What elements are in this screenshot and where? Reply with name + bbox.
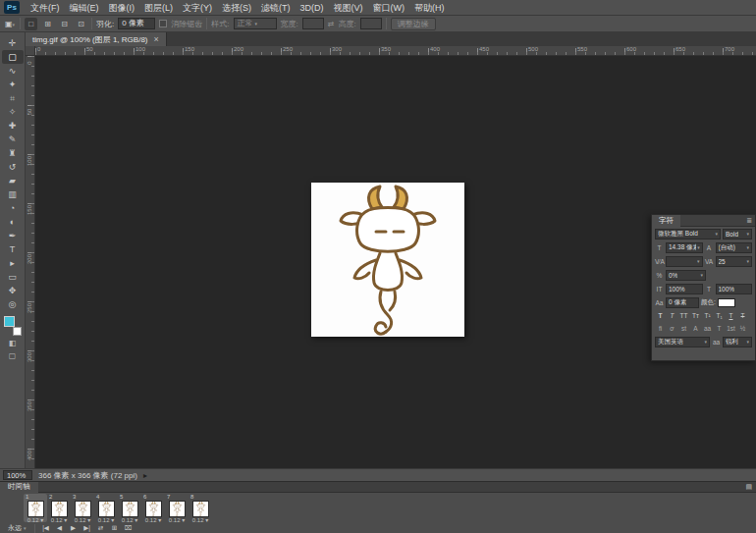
next-frame-button[interactable]: ▶| <box>82 524 92 533</box>
document-tab[interactable]: timg.gif @ 100% (图层 1, RGB/8) × <box>26 32 167 46</box>
zoom-tool[interactable]: ◎ <box>2 297 24 311</box>
previous-frame-button[interactable]: ◀ <box>55 524 65 533</box>
leading-input[interactable]: (自动)▾ <box>716 242 753 253</box>
timeline-frame[interactable]: 70.12 ▾ <box>165 494 189 522</box>
opentype-button[interactable]: aa <box>702 323 713 334</box>
frame-thumbnail[interactable] <box>192 501 209 517</box>
font-size-input[interactable]: 14.38 像素▾ <box>666 242 703 253</box>
menu-item[interactable]: 图层(L) <box>139 0 178 16</box>
timeline-frame[interactable]: 20.12 ▾ <box>47 494 71 522</box>
menu-item[interactable]: 图像(I) <box>104 0 140 16</box>
duplicate-frame-button[interactable]: ⊞ <box>110 524 120 533</box>
menu-item[interactable]: 窗口(W) <box>368 0 410 16</box>
opentype-button[interactable]: 1st <box>726 323 736 334</box>
loop-count-select[interactable]: 永远▾ <box>6 523 28 533</box>
anti-alias-select[interactable]: 锐利▾ <box>723 337 752 347</box>
menu-item[interactable]: 帮助(H) <box>409 0 450 16</box>
pen-tool[interactable]: ✒ <box>2 229 24 242</box>
refine-edge-button[interactable]: 调整边缘 <box>391 18 436 30</box>
menu-item[interactable]: 选择(S) <box>217 0 256 16</box>
style-button[interactable]: T <box>737 310 748 321</box>
lasso-tool[interactable]: ∿ <box>2 64 24 78</box>
history-brush-tool[interactable]: ↺ <box>2 160 24 174</box>
add-selection-icon[interactable]: ⊞ <box>41 18 54 30</box>
rectangular-marquee-tool[interactable]: ▢ <box>2 50 24 64</box>
font-family-select[interactable]: 微软雅黑 Bold▾ <box>655 229 721 240</box>
type-tool[interactable]: T <box>2 242 24 256</box>
timeline-frame[interactable]: 40.12 ▾ <box>94 494 118 522</box>
frame-thumbnail[interactable] <box>27 501 44 517</box>
style-select[interactable]: 正常▾ <box>234 18 277 29</box>
timeline-frame[interactable]: 30.12 ▾ <box>71 494 94 522</box>
language-select[interactable]: 美国英语▾ <box>655 337 710 347</box>
swap-dimensions-icon[interactable]: ⇄ <box>328 20 335 28</box>
menu-item[interactable]: 文件(F) <box>26 0 65 16</box>
gradient-tool[interactable]: ▥ <box>2 187 24 201</box>
style-button[interactable]: TT <box>678 310 689 321</box>
tab-timeline[interactable]: 时间轴 <box>0 482 38 493</box>
menu-item[interactable]: 3D(D) <box>296 0 329 16</box>
frame-thumbnail[interactable] <box>98 501 115 517</box>
frame-delay-select[interactable]: 0.12 ▾ <box>145 517 161 524</box>
panel-menu-icon[interactable]: ≣ <box>743 217 755 225</box>
style-button[interactable]: T₁ <box>714 310 725 321</box>
opentype-button[interactable]: st <box>678 323 689 334</box>
text-color-swatch[interactable] <box>718 298 735 307</box>
crop-tool[interactable]: ⌗ <box>2 91 24 105</box>
style-button[interactable]: T <box>667 310 677 321</box>
new-selection-icon[interactable]: □ <box>25 18 37 30</box>
style-button[interactable]: Tт <box>690 310 701 321</box>
timeline-frame[interactable]: 60.12 ▾ <box>141 494 165 522</box>
timeline-menu-icon[interactable]: ▤ <box>741 483 756 491</box>
first-frame-button[interactable]: |◀ <box>41 524 51 533</box>
frame-thumbnail[interactable] <box>51 501 68 517</box>
menu-item[interactable]: 编辑(E) <box>65 0 104 16</box>
menu-item[interactable]: 视图(V) <box>329 0 368 16</box>
opentype-button[interactable]: ơ <box>667 323 677 334</box>
blur-tool[interactable]: ◔ <box>2 201 24 215</box>
status-flyout-icon[interactable]: ▸ <box>143 471 147 480</box>
anti-alias-checkbox[interactable] <box>159 20 167 27</box>
timeline-frame[interactable]: 10.12 ▾ <box>24 494 47 522</box>
horizontal-scale-input[interactable]: 100% <box>716 284 753 294</box>
timeline-frame[interactable]: 80.12 ▾ <box>189 494 212 522</box>
delete-frame-button[interactable]: ⌧ <box>124 524 134 533</box>
document-image[interactable] <box>311 183 464 337</box>
opentype-button[interactable]: fi <box>655 323 666 334</box>
tween-button[interactable]: ⇄ <box>96 524 106 533</box>
timeline-frame[interactable]: 50.12 ▾ <box>118 494 141 522</box>
zoom-input[interactable]: 100% <box>3 470 32 480</box>
style-button[interactable]: T <box>726 310 736 321</box>
close-tab-icon[interactable]: × <box>154 34 159 44</box>
frame-delay-select[interactable]: 0.12 ▾ <box>169 517 185 524</box>
height-input[interactable] <box>360 18 382 29</box>
style-button[interactable]: T¹ <box>702 310 713 321</box>
menu-item[interactable]: 文字(Y) <box>178 0 217 16</box>
screen-mode-icon[interactable]: ▢ <box>2 349 24 362</box>
baseline-shift-input[interactable]: 0 像素 <box>666 297 699 308</box>
opentype-button[interactable]: T <box>714 323 725 334</box>
frame-thumbnail[interactable] <box>75 501 91 517</box>
subtract-selection-icon[interactable]: ⊟ <box>58 18 71 30</box>
canvas-area[interactable] <box>35 56 756 468</box>
spot-healing-brush-tool[interactable]: ✚ <box>2 119 24 133</box>
menu-item[interactable]: 滤镜(T) <box>256 0 296 16</box>
style-button[interactable]: T <box>655 310 666 321</box>
proportional-spacing-select[interactable]: 0%▾ <box>666 270 706 281</box>
eraser-tool[interactable]: ▰ <box>2 174 24 187</box>
dodge-tool[interactable]: ◐ <box>2 215 24 229</box>
feather-input[interactable]: 0 像素 <box>118 18 155 29</box>
move-tool[interactable]: ✛ <box>2 36 24 50</box>
opentype-button[interactable]: A <box>690 323 701 334</box>
eyedropper-tool[interactable]: ✧ <box>2 105 24 119</box>
width-input[interactable] <box>302 18 324 29</box>
clone-stamp-tool[interactable]: ♜ <box>2 146 24 160</box>
frame-delay-select[interactable]: 0.12 ▾ <box>192 517 208 524</box>
play-button[interactable]: ▶ <box>69 524 79 533</box>
brush-tool[interactable]: ✎ <box>2 133 24 146</box>
opentype-button[interactable]: ½ <box>737 323 748 334</box>
tracking-input[interactable]: 25▾ <box>716 256 753 267</box>
foreground-color-swatch[interactable] <box>4 316 15 327</box>
font-style-select[interactable]: Bold▾ <box>723 229 752 240</box>
background-color-swatch[interactable] <box>13 327 22 336</box>
